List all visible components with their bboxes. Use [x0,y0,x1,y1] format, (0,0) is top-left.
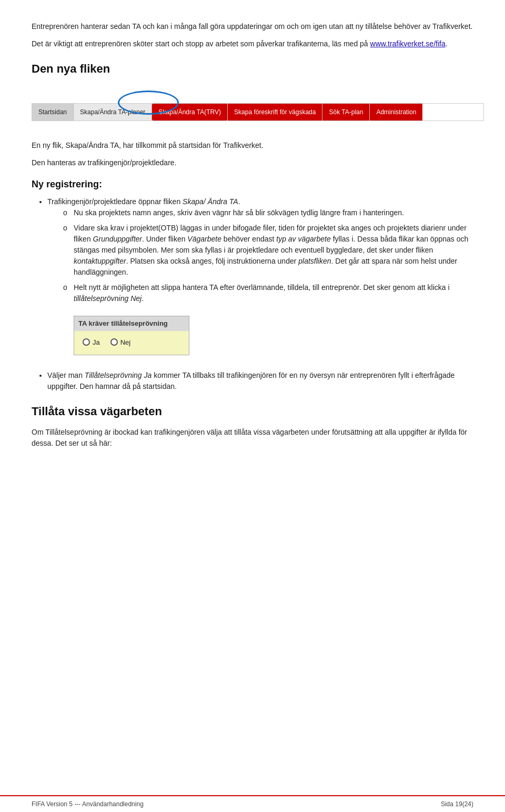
sub2-em4: kontaktuppgifter [74,257,126,265]
bullet1-text: Trafikingenjör/projektledare öppnar flik… [47,197,183,206]
nav-tab-trv-label: Skapa/Ändra TA(TRV) [158,108,221,116]
ta-box-title: TA kräver tillåtelseprövning [74,316,189,331]
nav-tab-skapa-andra-ta-planer[interactable]: Skapa/Ändra TA-planer [74,104,152,121]
footer-left: FIFA Version 5 --- Användarhandledning [32,800,144,808]
footer-right: Sida 19(24) [441,800,473,808]
main-bullet-list: Trafikingenjör/projektledare öppnar flik… [47,196,473,392]
intro-link[interactable]: www.trafikverket.se/fifa [370,39,446,48]
nav-bar-wrapper: Startsidan Skapa/Ändra TA-planer Skapa/Ä… [32,94,484,131]
nav-tab-foreskrift-label: Skapa föreskrift för vägskada [234,108,316,116]
bullet1-end: . [238,197,240,206]
intro-para1: Entreprenören hanterar sedan TA och kan … [32,21,473,32]
sub2-em2: Vägarbete [187,235,221,243]
section-tillata-para1: Om Tillåtelseprövning är ibockad kan tra… [32,427,473,449]
nav-tab-skapa-andra-trv[interactable]: Skapa/Ändra TA(TRV) [152,104,228,121]
radio-circle-nej [110,338,118,346]
sub2-em1: Grunduppgifter [93,235,142,243]
nav-tab-administration[interactable]: Administration [370,104,422,121]
ta-radio-ja[interactable]: Ja [83,337,100,348]
bullet-item-1: Trafikingenjör/projektledare öppnar flik… [47,196,473,364]
sub2-text5: . Platsen ska också anges, följ instrukt… [126,257,299,265]
sub-item-2: Vidare ska krav i projektet(OTB) läggas … [63,223,473,278]
nav-tab-startsidan-label: Startsidan [38,108,67,116]
bullet2-text1: Väljer man [47,371,85,379]
nav-tab-admin-label: Administration [376,108,416,116]
sub-item-1: Nu ska projektets namn anges, skriv även… [63,207,473,218]
intro-para2: Det är viktigt att entreprenören sköter … [32,38,473,49]
sub2-em3: typ av vägarbete [276,235,331,243]
nav-bar: Startsidan Skapa/Ändra TA-planer Skapa/Ä… [32,103,484,121]
sub3-text1: Helt nytt är möjligheten att slippa hant… [74,283,450,292]
bullet-item-2: Väljer man Tillåtelseprövning Ja kommer … [47,370,473,392]
section-tillata-heading: Tillåta vissa vägarbeten [32,405,473,418]
bullet1-em: Skapa/ Ändra TA [183,197,238,206]
sub3-em: tillåtelseprövning Nej [74,294,142,303]
sub2-text3: behöver endast [221,235,276,243]
page-footer: FIFA Version 5 --- Användarhandledning S… [0,795,505,812]
ta-radio-row: Ja Nej [83,335,180,350]
bullet2-em: Tillåtelseprövning Ja [85,371,152,379]
section-den-nya-heading: Den nya fliken [32,62,473,76]
section-den-nya-desc1: En ny flik, Skapa/Ändra TA, har tillkomm… [32,140,473,151]
sub2-em5: platsfliken [298,257,331,265]
intro-para2-text2: . [446,39,448,48]
nav-tab-skapa-label: Skapa/Ändra TA-planer [80,108,145,116]
sub1-text: Nu ska projektets namn anges, skriv även… [74,208,404,217]
ta-radio-nej[interactable]: Nej [110,337,131,348]
ta-radio-ja-label: Ja [93,337,100,348]
nav-tab-foreskrift[interactable]: Skapa föreskrift för vägskada [228,104,322,121]
intro-para2-text1: Det är viktigt att entreprenören sköter … [32,39,370,48]
sub-list: Nu ska projektets namn anges, skriv även… [63,207,473,364]
ta-kräver-box: TA kräver tillåtelseprövning Ja Nej [74,316,189,355]
nav-tab-sok-ta-plan[interactable]: Sök TA-plan [322,104,370,121]
sub2-text2: . Under fliken [142,235,187,243]
sub-item-3: Helt nytt är möjligheten att slippa hant… [63,282,473,364]
section-den-nya-desc2: Den hanteras av trafikingenjör/projektle… [32,157,473,168]
section-ny-reg-heading: Ny registrering: [32,179,473,190]
nav-tab-sok-label: Sök TA-plan [329,108,363,116]
ta-radio-nej-label: Nej [120,337,131,348]
radio-circle-ja [83,338,90,346]
nav-tab-startsidan[interactable]: Startsidan [32,104,74,121]
sub3-text2: . [142,294,144,303]
